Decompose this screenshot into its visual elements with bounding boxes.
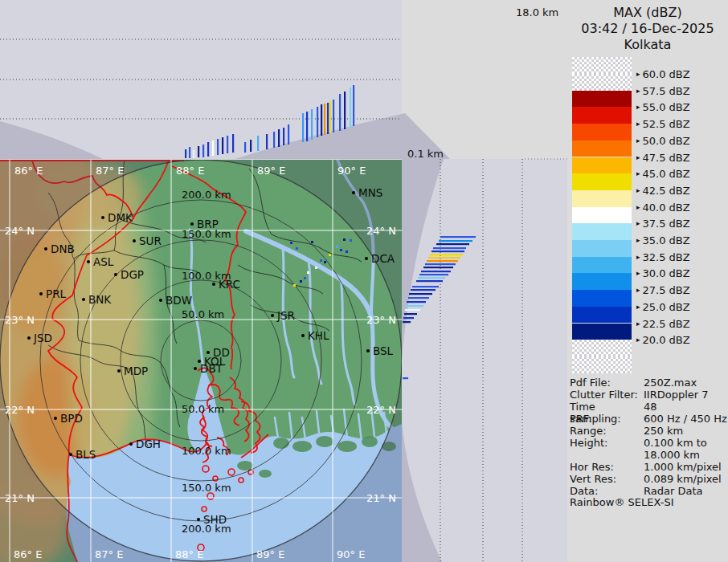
scale-band-below-min [572,356,632,373]
svg-text:21° N: 21° N [366,492,396,504]
metadata-row: Data:Radar Data [570,485,727,497]
station-dot [365,257,368,260]
station-dot [114,273,117,276]
product-timestamp: 03:42 / 16-Dec-2025 [567,21,728,37]
station-label: JSR [276,309,295,322]
station-dot [207,351,210,354]
tick-arrow-icon: ▸ [636,303,640,310]
metadata-row: Vert Res:0.089 km/pixel [570,473,727,485]
svg-text:88° E: 88° E [175,548,203,560]
svg-text:89° E: 89° E [257,165,285,177]
metadata-row: Pdf File:250Z.max [570,377,727,389]
station-label: DBT [200,362,223,375]
svg-text:21° N: 21° N [5,492,35,504]
station-label: SUR [139,234,162,247]
tick-arrow-icon: ▸ [636,186,640,193]
svg-text:0.1 km: 0.1 km [407,148,444,160]
metadata-row: Range:250 km [570,425,727,437]
scale-band [572,140,632,157]
tick-arrow-icon: ▸ [636,153,640,161]
station-dot [129,442,133,446]
scale-label: ▸32.5 dBZ [636,250,690,263]
scale-label: ▸25.0 dBZ [636,300,690,312]
station-label: MNS [358,186,382,199]
scale-band [572,107,632,124]
station-dot [39,292,43,295]
scale-band [572,307,632,324]
scale-label: ▸37.5 dBZ [636,218,690,230]
station-label: BNK [88,293,112,306]
scale-label: ▸22.5 dBZ [636,317,690,329]
station-dot [82,298,85,301]
metadata-row: Hor Res:1.000 km/pixel [570,461,727,473]
station-label: JSD [33,332,52,344]
scale-band [572,240,632,257]
scale-label: ▸35.0 dBZ [636,234,690,246]
station-label: PRL [46,287,67,300]
map-area: 86° E86° E87° E87° E88° E88° E89° E89° E… [0,132,402,562]
svg-text:87° E: 87° E [95,548,123,560]
station-dot [352,191,355,194]
station-dot [133,239,136,242]
svg-text:89° E: 89° E [256,548,284,560]
tick-arrow-icon: ▸ [636,104,640,111]
tick-arrow-icon: ▸ [636,120,640,128]
tick-arrow-icon: ▸ [636,253,640,260]
station-label: SHD [203,513,227,526]
tick-arrow-icon: ▸ [636,237,640,244]
svg-text:90° E: 90° E [337,165,366,177]
radar-display: 18.0 km0.1 km86° E86° E87° E87° E88° E88… [0,0,728,562]
metadata-row: Clutter Filter:IIRDoppler 7 [570,389,727,401]
scale-band [572,173,632,190]
svg-text:50.0 km: 50.0 km [182,403,224,415]
scale-band [572,257,632,274]
svg-text:100.0 km: 100.0 km [182,445,231,457]
svg-text:88° E: 88° E [176,165,204,177]
scale-label: ▸45.0 dBZ [636,168,690,180]
svg-text:18.0 km: 18.0 km [516,6,558,18]
station-dot [69,453,72,456]
svg-text:24° N: 24° N [366,225,396,237]
scale-band [572,273,632,290]
scale-band-above-max [572,57,632,74]
scale-band [572,157,632,174]
scale-label: ▸42.5 dBZ [636,184,690,196]
scale-label: ▸47.5 dBZ [636,151,690,163]
metadata-row: PRF:600 Hz / 450 Hz [570,413,727,425]
station-dot [194,367,197,370]
station-label: DMK [108,211,133,224]
svg-text:90° E: 90° E [337,548,365,560]
scale-band [572,340,632,356]
scale-label: ▸27.5 dBZ [636,284,690,296]
station-dot [301,334,305,337]
software-brand: Rainbow® SELEX-SI [570,496,674,508]
svg-text:22° N: 22° N [366,404,396,416]
tick-arrow-icon: ▸ [636,270,640,277]
station-label: BSL [373,344,394,357]
scale-band [572,74,632,91]
station-label: BDW [166,294,192,307]
tick-arrow-icon: ▸ [636,203,640,210]
station-label: DGP [121,268,144,281]
scale-band [572,190,632,207]
tick-arrow-icon: ▸ [636,170,640,177]
station-name: Kolkata [567,37,728,53]
station-label: KHL [308,329,329,342]
svg-text:23° N: 23° N [5,314,35,326]
scale-label: ▸55.0 dBZ [636,101,690,113]
scale-band [572,223,632,240]
title-block: MAX (dBZ) 03:42 / 16-Dec-2025 Kolkata [567,5,728,53]
station-label: BLS [76,448,96,461]
scale-label: ▸30.0 dBZ [636,267,690,279]
svg-text:24° N: 24° N [5,225,35,237]
station-dot [159,299,162,302]
svg-text:22° N: 22° N [5,404,35,416]
station-dot [212,283,215,286]
station-label: DCA [371,252,395,265]
svg-text:86° E: 86° E [14,165,43,177]
svg-text:86° E: 86° E [14,548,42,560]
station-dot [366,349,370,352]
station-label: DGH [136,438,161,450]
tick-arrow-icon: ▸ [636,287,640,294]
scale-label: ▸60.0 dBZ [636,68,690,80]
